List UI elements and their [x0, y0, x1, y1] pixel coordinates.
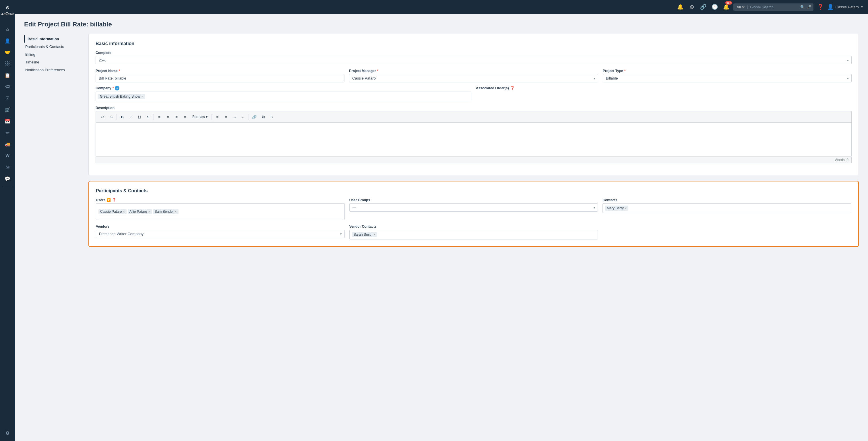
topnav-history-icon[interactable]: 🕐	[710, 2, 719, 11]
toolbar-italic[interactable]: I	[127, 113, 135, 121]
editor-footer: Words: 0	[96, 157, 851, 164]
complete-field: Complete 25% 0% 50% 75% 100%	[96, 51, 851, 64]
left-nav-participants-contacts[interactable]: Participants & Contacts	[24, 43, 82, 51]
company-tag-remove[interactable]: ×	[141, 95, 143, 98]
sidebar-icon-checklist[interactable]: ☑	[2, 93, 12, 104]
sidebar-icon-tag[interactable]: 🏷	[2, 82, 12, 92]
associated-orders-info-icon[interactable]: ❓	[510, 86, 515, 90]
sidebar-icon-cart[interactable]: 🛒	[2, 105, 12, 115]
empty-col	[602, 225, 851, 239]
basic-info-section: Basic information Complete 25% 0% 50% 75…	[88, 34, 859, 175]
complete-select[interactable]: 25% 0% 50% 75% 100%	[96, 56, 851, 64]
left-nav-timeline[interactable]: Timeline	[24, 58, 82, 66]
search-filter-select[interactable]: All	[735, 5, 745, 9]
toolbar-div4	[249, 114, 249, 120]
sidebar-icon-pencil[interactable]: ✏	[2, 127, 12, 138]
users-filter-icon[interactable]: 🔽	[106, 198, 111, 202]
sidebar-icon-clipboard[interactable]: 📋	[2, 70, 12, 80]
left-nav-billing[interactable]: Billing	[24, 51, 82, 58]
user-groups-col: User Groups —	[349, 198, 598, 220]
topnav-notification-icon[interactable]: 🔔 99+	[722, 2, 731, 11]
topnav-plus-icon[interactable]: ⊕	[687, 2, 696, 11]
left-nav-notification-preferences[interactable]: Notification Preferences	[24, 66, 82, 74]
user-tag-sam-remove[interactable]: ×	[175, 210, 177, 213]
toolbar-underline[interactable]: U	[136, 113, 143, 121]
sidebar-icon-gallery[interactable]: 🖼	[2, 59, 12, 69]
sidebar-icon-truck[interactable]: 🚚	[2, 139, 12, 149]
user-avatar-icon: 👤	[827, 4, 834, 10]
toolbar-align-center[interactable]: ≡	[164, 113, 172, 121]
topnav-user[interactable]: 👤 Cassie Pataro ▼	[827, 4, 863, 10]
user-tag-sam-label: Sam Bender	[155, 210, 174, 214]
sidebar-icon-users[interactable]: 👤	[2, 36, 12, 46]
contact-tag-mary-remove[interactable]: ×	[625, 206, 627, 210]
page-layout: Basic Information Participants & Contact…	[24, 34, 859, 253]
toolbar-div1	[117, 114, 117, 120]
vendors-select[interactable]: Freelance Writer Company	[96, 230, 345, 238]
project-type-required: *	[624, 69, 626, 73]
company-add-icon[interactable]: +	[115, 86, 119, 90]
project-manager-select[interactable]: Cassie Pataro	[349, 74, 598, 82]
toolbar-strikethrough[interactable]: S	[144, 113, 152, 121]
search-container: All | 🔍 🎤	[733, 3, 813, 11]
contacts-tag-input[interactable]: Mary Berry ×	[602, 203, 851, 213]
toolbar-formats[interactable]: Formats ▾	[190, 114, 210, 119]
toolbar-undo[interactable]: ↩	[99, 113, 106, 121]
user-tag-cassie-remove[interactable]: ×	[123, 210, 125, 213]
sidebar-icon-calendar[interactable]: 📅	[2, 116, 12, 126]
search-input[interactable]	[750, 5, 799, 9]
sidebar-icon-mail[interactable]: ✉	[2, 162, 12, 172]
topnav-bell-icon[interactable]: 🔔	[676, 2, 685, 11]
toolbar-outdent[interactable]: ←	[239, 113, 247, 121]
search-icon[interactable]: 🔍	[800, 5, 805, 9]
complete-select-wrapper: 25% 0% 50% 75% 100%	[96, 56, 851, 64]
vendor-contacts-label: Vendor Contacts	[349, 225, 598, 229]
topnav-link-icon[interactable]: 🔗	[699, 2, 708, 11]
user-chevron-icon: ▼	[861, 5, 863, 9]
project-type-select[interactable]: Billable	[603, 74, 851, 82]
project-name-input[interactable]	[96, 74, 344, 82]
vendor-contact-tag-sarah-remove[interactable]: ×	[374, 233, 375, 236]
voice-icon[interactable]: 🎤	[807, 5, 811, 9]
toolbar-indent[interactable]: →	[231, 113, 238, 121]
users-info-icon[interactable]: ❓	[112, 198, 116, 202]
user-tag-allie-remove[interactable]: ×	[148, 210, 150, 213]
toolbar-unlink[interactable]: ⛓	[259, 113, 267, 121]
project-name-required: *	[119, 69, 120, 73]
vendor-contacts-tag-input[interactable]: Sarah Smith ×	[349, 230, 598, 239]
toolbar-bullet-list[interactable]: ≡	[214, 113, 221, 121]
left-nav-basic-information[interactable]: Basic Information	[24, 35, 82, 43]
sidebar-icon-home[interactable]: ⌂	[2, 24, 12, 34]
company-tag: Great British Baking Show ×	[98, 94, 145, 99]
user-groups-select[interactable]: —	[349, 203, 598, 212]
sidebar-icon-settings[interactable]: ⚙	[2, 428, 12, 438]
sidebar-icon-chat[interactable]: 💬	[2, 173, 12, 184]
toolbar-number-list[interactable]: ≡	[222, 113, 229, 121]
app-logo: ⊙ AdOrbit	[0, 2, 15, 19]
sidebar-icon-handshake[interactable]: 🤝	[2, 47, 12, 57]
topnav-help-icon[interactable]: ❓	[816, 2, 825, 11]
editor-body[interactable]	[96, 122, 851, 157]
sidebar: ⊙ AdOrbit ⌂ 👤 🤝 🖼 📋 🏷 ☑ 🛒 📅 ✏ 🚚 W ✉ 💬 ⚙	[0, 0, 15, 441]
vendor-contact-tag-sarah-label: Sarah Smith	[353, 233, 373, 237]
toolbar-link[interactable]: 🔗	[251, 113, 258, 121]
project-manager-col: Project Manager * Cassie Pataro	[349, 69, 598, 82]
company-tag-input[interactable]: Great British Baking Show ×	[96, 92, 471, 101]
sidebar-divider	[3, 186, 12, 186]
project-manager-select-wrapper: Cassie Pataro	[349, 74, 598, 82]
participants-top-row: Users 🔽 ❓ Cassie Pataro × Allie	[96, 198, 851, 220]
toolbar-bold[interactable]: B	[119, 113, 126, 121]
associated-orders-col: Associated Order(s) ❓	[476, 86, 851, 101]
toolbar-align-right[interactable]: ≡	[173, 113, 180, 121]
toolbar-redo[interactable]: ↪	[107, 113, 115, 121]
editor-toolbar: ↩ ↪ B I U S ≡ ≡ ≡ ≡ Formats ▾	[96, 111, 851, 122]
company-label: Company * +	[96, 86, 471, 90]
sidebar-icon-word[interactable]: W	[2, 150, 12, 161]
project-manager-label: Project Manager *	[349, 69, 598, 73]
toolbar-align-justify[interactable]: ≡	[181, 113, 189, 121]
users-tag-input[interactable]: Cassie Pataro × Allie Pataro × Sam Bende…	[96, 203, 345, 220]
toolbar-align-left[interactable]: ≡	[156, 113, 163, 121]
toolbar-clear-format[interactable]: Tx	[268, 113, 275, 121]
user-groups-label: User Groups	[349, 198, 598, 202]
project-manager-required: *	[377, 69, 379, 73]
